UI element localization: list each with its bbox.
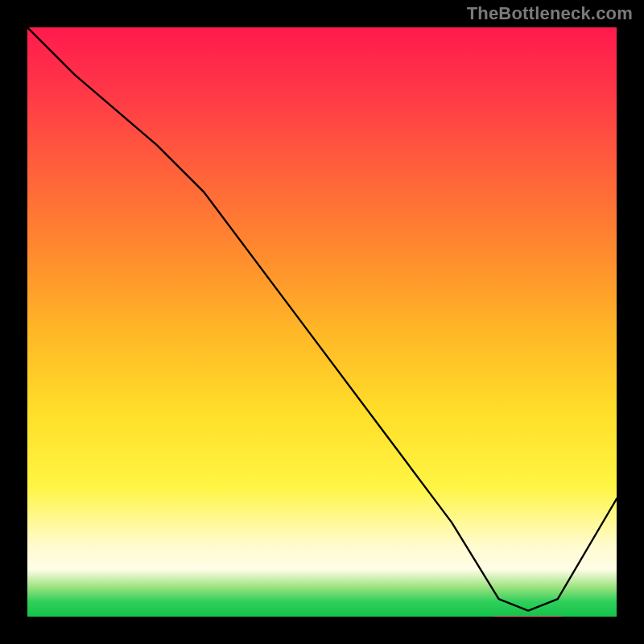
curve-path bbox=[27, 27, 617, 611]
bottleneck-curve bbox=[27, 27, 617, 617]
chart-container: TheBottleneck.com bbox=[0, 0, 644, 644]
optimal-range-bar bbox=[492, 616, 564, 620]
plot-area bbox=[24, 24, 620, 620]
watermark-text: TheBottleneck.com bbox=[467, 3, 633, 24]
